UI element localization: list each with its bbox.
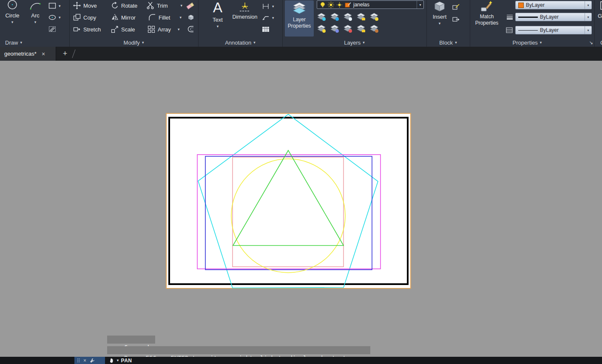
move-button[interactable]: Move	[73, 0, 97, 11]
group-button[interactable]: Group	[596, 0, 602, 20]
arc-button[interactable]: Arc ▾	[26, 0, 45, 24]
annotation-panel-label[interactable]: Annotation▾	[198, 39, 282, 46]
chevron-down-icon[interactable]: ▾	[117, 359, 119, 362]
chevron-down-icon[interactable]: ▾	[272, 5, 274, 8]
active-command-indicator[interactable]: ▾ PAN	[109, 357, 132, 364]
table-button[interactable]	[262, 24, 270, 34]
layer-lock-button[interactable]	[356, 13, 366, 21]
explode-button[interactable]	[187, 12, 195, 23]
layer-properties-button[interactable]: Layer Properties	[285, 0, 314, 37]
layer-tools-row-1	[317, 13, 379, 21]
chevron-down-icon[interactable]: ▾	[417, 1, 423, 8]
chevron-down-icon[interactable]: ▾	[585, 1, 591, 9]
rectangle-tool-button[interactable]: ▾	[48, 1, 61, 11]
chevron-down-icon[interactable]: ▾	[59, 4, 61, 8]
rotate-icon	[111, 2, 119, 9]
fillet-button[interactable]: Fillet ▾	[148, 12, 182, 23]
linetype-value: ByLayer	[540, 27, 559, 33]
modify-panel-label[interactable]: Modify▾	[69, 39, 198, 46]
leader-icon	[262, 15, 270, 21]
move-label: Move	[83, 3, 97, 9]
customize-wrench-icon[interactable]	[90, 358, 95, 363]
layers-panel-label[interactable]: Layers▾	[282, 39, 426, 46]
chevron-down-icon: ▾	[142, 41, 144, 45]
close-command-line-icon[interactable]: ×	[83, 358, 86, 363]
chevron-down-icon[interactable]: ▾	[181, 4, 183, 8]
chevron-down-icon[interactable]: ▾	[59, 16, 61, 20]
array-button[interactable]: Array ▾	[148, 24, 180, 34]
copy-button[interactable]: Copy	[73, 12, 96, 23]
hatch-icon	[48, 26, 56, 33]
draw-panel-label[interactable]: Draw▾	[0, 39, 27, 46]
properties-panel-label[interactable]: Properties▾	[470, 39, 585, 46]
layer-previous-button[interactable]	[330, 25, 339, 33]
layer-freeze-button[interactable]	[343, 13, 352, 21]
mirror-button[interactable]: Mirror	[111, 12, 136, 23]
hatch-tool-button[interactable]	[48, 24, 56, 34]
groups-panel-label[interactable]: Groups▾	[594, 39, 602, 46]
stretch-button[interactable]: Stretch	[73, 24, 101, 34]
command-line-prompt[interactable]: Command:	[107, 336, 155, 344]
ellipse-tool-button[interactable]: ▾	[48, 12, 61, 23]
layer-match-button[interactable]	[369, 13, 379, 21]
launcher-arrow-icon: ↘	[589, 40, 593, 45]
layer-make-current-button[interactable]	[317, 25, 326, 33]
erase-button[interactable]	[186, 0, 195, 11]
chevron-down-icon[interactable]: ▾	[585, 13, 591, 21]
insert-button[interactable]: Insert ▾	[429, 0, 450, 25]
layer-unlock-all-button[interactable]	[356, 25, 366, 33]
new-drawing-button[interactable]: +	[60, 49, 70, 58]
chevron-down-icon[interactable]: ▾	[585, 26, 591, 34]
chevron-down-icon[interactable]: ▾	[179, 16, 182, 20]
rotate-button[interactable]: Rotate	[111, 0, 137, 11]
chevron-down-icon: ▾	[253, 41, 256, 45]
command-line-message[interactable]: Press ESC or ENTER to exit, or right-cli…	[107, 346, 370, 354]
file-tab[interactable]: geometricas* ×	[0, 47, 56, 61]
grip-dots-icon[interactable]	[77, 358, 80, 363]
chevron-down-icon[interactable]: ▾	[178, 28, 180, 31]
command-window-dock[interactable]: ×	[74, 357, 105, 364]
create-block-button[interactable]	[452, 2, 460, 12]
offset-button[interactable]	[187, 24, 195, 34]
drawing-svg[interactable]	[0, 61, 602, 357]
layer-walk-button[interactable]	[369, 25, 379, 33]
move-icon	[73, 2, 81, 9]
layer-off-button[interactable]	[317, 13, 326, 21]
file-tab-bar: geometricas* × +	[0, 47, 602, 61]
layer-isolate-button[interactable]	[330, 13, 339, 21]
leader-button[interactable]: ▾	[262, 13, 274, 23]
match-properties-button[interactable]: Match Properties	[472, 0, 502, 26]
scale-button[interactable]: Scale	[111, 24, 135, 34]
array-icon	[148, 25, 155, 33]
lineweight-value: ByLayer	[540, 14, 559, 20]
circle-label: Circle	[5, 12, 19, 19]
pan-hand-icon	[109, 358, 115, 363]
linetype-grid-icon[interactable]	[506, 25, 513, 35]
lineweight-dropdown[interactable]: ByLayer ▾	[515, 13, 592, 21]
block-editor-button[interactable]	[452, 14, 460, 24]
plus-icon: +	[63, 49, 68, 58]
text-tool-icon: A	[213, 0, 222, 15]
chevron-down-icon[interactable]: ▾	[34, 20, 37, 24]
chevron-down-icon[interactable]: ▾	[11, 20, 14, 24]
drawing-canvas[interactable]: Command: Press ESC or ENTER to exit, or …	[0, 61, 602, 357]
close-tab-icon[interactable]: ×	[42, 51, 45, 57]
chevron-down-icon[interactable]: ▾	[272, 16, 274, 20]
linear-dimension-button[interactable]: ▾	[262, 1, 274, 11]
trim-button[interactable]: Trim ▾	[147, 0, 182, 11]
dimension-button[interactable]: Dimension	[231, 1, 259, 21]
properties-dialog-launcher[interactable]: ↘	[587, 39, 595, 46]
autocad-window: { "icons": { "caret": "▾", "close": "×",…	[0, 0, 602, 364]
lineweight-list-icon[interactable]	[506, 12, 514, 22]
ribbon: Circle ▾ Arc ▾ ▾ ▾ Draw▾ Move	[0, 0, 602, 47]
block-panel-label[interactable]: Block▾	[426, 39, 470, 46]
chevron-down-icon: ▾	[20, 41, 22, 45]
layer-dropdown[interactable]: janelas ▾	[317, 0, 424, 9]
chevron-down-icon[interactable]: ▾	[217, 25, 219, 28]
chevron-down-icon[interactable]: ▾	[439, 22, 441, 25]
color-dropdown[interactable]: ByLayer ▾	[515, 1, 592, 9]
linetype-dropdown[interactable]: ByLayer ▾	[515, 26, 592, 34]
circle-button[interactable]: Circle ▾	[3, 0, 22, 24]
layer-unisolate-button[interactable]	[343, 25, 352, 33]
text-button[interactable]: A Text ▾	[208, 0, 227, 28]
